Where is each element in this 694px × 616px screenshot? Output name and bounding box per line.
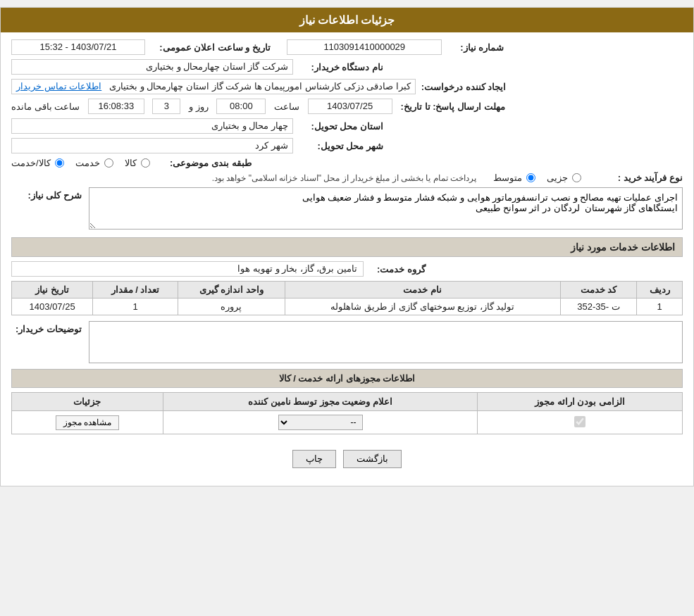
delivery-city-value: شهر کرد [11,138,293,153]
send-date-value: 1403/07/25 [308,99,392,114]
cell-name: تولید گاز، توزیع سوختهای گازی از طریق شا… [285,298,560,315]
buyer-notes-wrapper: توضیحات خریدار: [11,321,683,363]
category-kala-group: کالا [125,158,151,168]
cell-row: 1 [637,298,683,315]
service-group-label: گروه خدمت: [369,264,426,275]
need-number-row: شماره نیاز: 1103091410000029 تاریخ و ساع… [11,39,683,55]
delivery-province-label: استان محل تحویل: [299,121,383,132]
process-row: نوع فرآیند خرید : جزیی متوسط پرداخت تمام… [11,172,683,183]
process-jozi-radio[interactable] [572,173,581,182]
need-number-value: 1103091410000029 [287,39,442,55]
delivery-city-row: شهر محل تحویل: شهر کرد [11,138,683,153]
cell-code: ت -35-352 [560,298,637,315]
category-kala-khadamat-label: کالا/خدمت [11,158,51,168]
service-group-value: تامین برق، گاز، بخار و تهویه هوا [11,261,364,277]
process-motavasset-radio[interactable] [526,173,535,182]
permits-status-cell: -- [163,411,477,434]
requester-value: کبرا صادقی دزکی کارشناس امورپیمان ها شرک… [11,79,416,94]
description-textarea[interactable] [89,187,683,230]
permits-status-select[interactable]: -- [278,415,363,430]
col-row: ردیف [637,282,683,298]
delivery-province-row: استان محل تحویل: چهار محال و بختیاری [11,118,683,134]
category-khadamat-label: خدمت [75,158,100,168]
permits-col-details: جزئیات [12,393,163,411]
category-kala-khadamat-group: کالا/خدمت [11,158,66,168]
description-label: شرح کلی نیاز: [11,187,82,201]
delivery-city-label: شهر محل تحویل: [299,141,383,151]
announce-label: تاریخ و ساعت اعلان عمومی: [151,42,271,53]
send-time-label: ساعت [274,101,299,112]
process-motavasset-group: متوسط [493,172,537,183]
category-label: طبقه بندی موضوعی: [167,158,252,168]
services-table: ردیف کد خدمت نام خدمت واحد اندازه گیری ت… [11,281,683,315]
col-name: نام خدمت [285,282,560,298]
buyer-org-row: نام دستگاه خریدار: شرکت گاز استان چهارمح… [11,59,683,75]
need-number-label: شماره نیاز: [447,42,504,53]
announce-value: 1403/07/21 - 15:32 [11,39,145,55]
service-group-row: گروه خدمت: تامین برق، گاز، بخار و تهویه … [11,261,683,277]
print-button[interactable]: چاپ [292,450,336,468]
permits-details-cell: مشاهده مجوز [12,411,163,434]
delivery-province-value: چهار محال و بختیاری [11,118,293,134]
back-button[interactable]: بازگشت [343,450,402,468]
col-code: کد خدمت [560,282,637,298]
permits-section-title: اطلاعات مجوزهای ارائه خدمت / کالا [11,369,683,388]
permits-required-checkbox[interactable] [574,416,585,427]
requester-text: کبرا صادقی دزکی کارشناس امورپیمان ها شرک… [109,81,411,92]
buyer-org-value: شرکت گاز استان چهارمحال و بختیاری [11,59,293,75]
permits-table: الزامی بودن ارائه مجوز اعلام وضعیت مجوز … [11,392,683,434]
services-section-title: اطلاعات خدمات مورد نیاز [11,237,683,257]
remaining-label: ساعت باقی مانده [11,101,80,112]
page-title: جزئیات اطلاعات نیاز [1,8,693,32]
send-time-value: 08:00 [216,99,266,114]
remaining-value: 16:08:33 [88,99,144,114]
table-row: 1ت -35-352تولید گاز، توزیع سوختهای گازی … [12,298,683,315]
category-kala-label: کالا [125,158,137,168]
col-count: تعداد / مقدار [93,282,178,298]
send-date-label: مهلت ارسال پاسخ: تا تاریخ: [401,101,505,112]
col-date: تاریخ نیاز [12,282,93,298]
buyer-notes-label: توضیحات خریدار: [11,321,82,334]
cell-unit: پروره [178,298,285,315]
category-kala-khadamat-radio[interactable] [55,158,64,168]
process-jozi-group: جزیی [547,172,583,183]
contact-link[interactable]: اطلاعات تماس خریدار [16,81,101,92]
permits-col-status: اعلام وضعیت مجوز توسط نامین کننده [163,393,477,411]
requester-label: ایجاد کننده درخواست: [421,82,507,92]
permits-required-cell [478,411,683,434]
send-date-row: مهلت ارسال پاسخ: تا تاریخ: 1403/07/25 سا… [11,99,683,114]
permits-col-required: الزامی بودن ارائه مجوز [478,393,683,411]
category-row: طبقه بندی موضوعی: کالا خدمت کالا/خدمت [11,158,683,168]
description-wrapper: شرح کلی نیاز: [11,187,683,232]
view-permit-button[interactable]: مشاهده مجوز [56,415,119,430]
col-unit: واحد اندازه گیری [178,282,285,298]
process-note: پرداخت تمام یا بخشی از مبلغ خریدار از مح… [11,173,483,183]
cell-date: 1403/07/25 [12,298,93,315]
category-khadamat-radio[interactable] [104,158,113,168]
buyer-notes-box [89,321,683,363]
send-day-label: روز و [189,101,209,112]
permits-row: --مشاهده مجوز [12,411,683,434]
cell-count: 1 [93,298,178,315]
send-day-value: 3 [152,99,180,114]
requester-row: ایجاد کننده درخواست: کبرا صادقی دزکی کار… [11,79,683,94]
category-kala-radio[interactable] [141,158,150,168]
buyer-org-label: نام دستگاه خریدار: [299,62,383,73]
process-motavasset-label: متوسط [493,172,522,183]
process-label: نوع فرآیند خرید : [598,172,683,183]
process-jozi-label: جزیی [547,172,568,183]
footer-buttons: بازگشت چاپ [11,441,683,479]
category-khadamat-group: خدمت [75,158,115,168]
